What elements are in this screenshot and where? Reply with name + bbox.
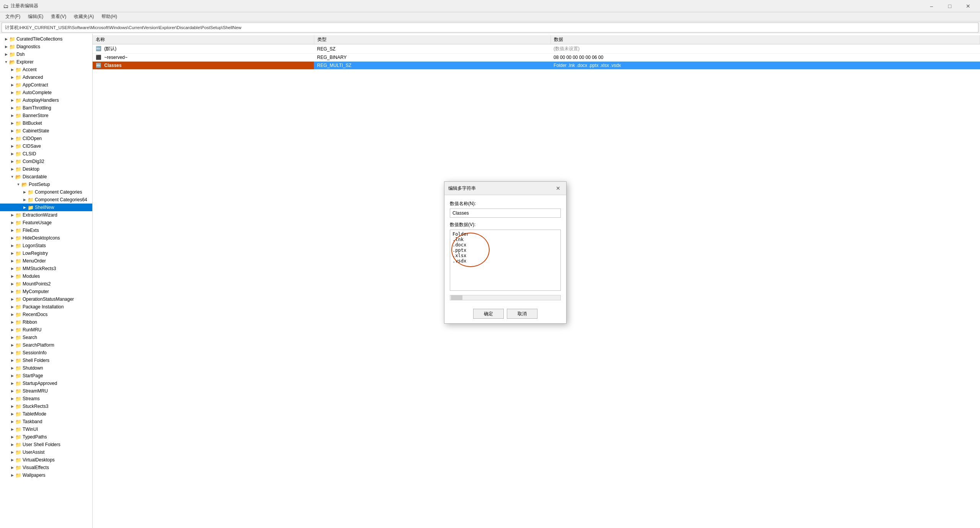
dialog-horizontal-scrollbar[interactable]: [450, 295, 561, 300]
sidebar-item-runmru[interactable]: ▶ 📁 RunMRU: [0, 326, 92, 334]
sidebar-item-appcontract[interactable]: ▶ 📁 AppContract: [0, 81, 92, 89]
expand-icon-diagnostics: ▶: [3, 43, 9, 51]
sidebar-item-taskband[interactable]: ▶ 📁 Taskband: [0, 418, 92, 425]
sidebar-item-wallpapers[interactable]: ▶ 📁 Wallpapers: [0, 471, 92, 479]
table-row[interactable]: 🔤 Classes REG_MULTI_SZ Folder .lnk .docx…: [93, 62, 980, 70]
sidebar-item-menuorder[interactable]: ▶ 📁 MenuOrder: [0, 257, 92, 265]
folder-icon-cidsave: 📁: [15, 143, 21, 149]
expand-icon-sessioninfo: ▶: [9, 349, 15, 357]
table-row[interactable]: ⬛ ~reserved~ REG_BINARY 08 00 00 00 00 0…: [93, 54, 980, 62]
sidebar-item-shellnew[interactable]: ▶ 📁 ShellNew: [0, 204, 92, 211]
sidebar-item-diagnostics[interactable]: ▶ 📁 Diagnostics: [0, 43, 92, 51]
expand-icon-advanced: ▶: [9, 73, 15, 81]
expand-icon-packageinstallation: ▶: [9, 303, 15, 311]
sidebar-item-tabletmode[interactable]: ▶ 📁 TabletMode: [0, 410, 92, 418]
sidebar-label-packageinstallation: Package Installation: [23, 304, 64, 310]
sidebar-item-shellfolders[interactable]: ▶ 📁 Shell Folders: [0, 357, 92, 364]
sidebar-item-startupapproved[interactable]: ▶ 📁 StartupApproved: [0, 380, 92, 387]
sidebar-item-extractionwizard[interactable]: ▶ 📁 ExtractionWizard: [0, 211, 92, 219]
folder-icon-searchplatform: 📁: [15, 342, 21, 348]
sidebar-item-mycomputer[interactable]: ▶ 📁 MyComputer: [0, 288, 92, 295]
dialog-close-button[interactable]: ✕: [554, 184, 562, 192]
row-name-reserved: ⬛ ~reserved~: [93, 54, 314, 62]
sidebar-item-clsid[interactable]: ▶ 📁 CLSID: [0, 150, 92, 158]
sidebar-item-usershellfolders[interactable]: ▶ 📁 User Shell Folders: [0, 441, 92, 448]
expand-icon-lowregistry: ▶: [9, 249, 15, 257]
sidebar-item-modules[interactable]: ▶ 📁 Modules: [0, 272, 92, 280]
sidebar-item-search[interactable]: ▶ 📁 Search: [0, 334, 92, 341]
menu-favorites[interactable]: 收藏夹(A): [70, 13, 98, 21]
menu-edit[interactable]: 编辑(E): [24, 13, 47, 21]
sidebar-item-fileexts[interactable]: ▶ 📁 FileExts: [0, 227, 92, 234]
sidebar-item-cidsave[interactable]: ▶ 📁 CIDSave: [0, 142, 92, 150]
sidebar-item-bannerstore[interactable]: ▶ 📁 BannerStore: [0, 112, 92, 119]
sidebar-item-autoplayhandlers[interactable]: ▶ 📁 AutoplayHandlers: [0, 96, 92, 104]
sidebar-item-cabinetstate[interactable]: ▶ 📁 CabinetState: [0, 127, 92, 135]
sidebar-item-comdlg32[interactable]: ▶ 📁 ComDlg32: [0, 158, 92, 165]
sidebar-item-componentcategories[interactable]: ▶ 📁 Component Categories: [0, 188, 92, 196]
table-row[interactable]: 🔤 (默认) REG_SZ (数值未设置): [93, 44, 980, 54]
sidebar-item-explorer[interactable]: ▼ 📂 Explorer: [0, 58, 92, 66]
sidebar-item-userassist[interactable]: ▶ 📁 UserAssist: [0, 448, 92, 456]
sidebar-item-streammru[interactable]: ▶ 📁 StreamMRU: [0, 387, 92, 395]
sidebar-item-typedpaths[interactable]: ▶ 📁 TypedPaths: [0, 433, 92, 441]
sidebar-item-stuckrects3[interactable]: ▶ 📁 StuckRects3: [0, 403, 92, 410]
sidebar-item-logonstats[interactable]: ▶ 📁 LogonStats: [0, 242, 92, 249]
sidebar-item-operationstatusmanager[interactable]: ▶ 📁 OperationStatusManager: [0, 295, 92, 303]
sidebar-item-curatedtile[interactable]: ▶ 📁 CuratedTileCollections: [0, 35, 92, 43]
sidebar-item-startpage[interactable]: ▶ 📁 StartPage: [0, 372, 92, 380]
sidebar-label-cabinetstate: CabinetState: [23, 128, 49, 134]
sidebar-label-autoplayhandlers: AutoplayHandlers: [23, 98, 59, 103]
maximize-button[interactable]: □: [941, 0, 959, 12]
sidebar-item-packageinstallation[interactable]: ▶ 📁 Package Installation: [0, 303, 92, 311]
sidebar-item-featureusage[interactable]: ▶ 📁 FeatureUsage: [0, 219, 92, 227]
dialog-cancel-button[interactable]: 取消: [507, 309, 537, 319]
folder-icon-logonstats: 📁: [15, 243, 21, 248]
sidebar-item-discardable[interactable]: ▼ 📂 Discardable: [0, 173, 92, 181]
sidebar-item-cidopen[interactable]: ▶ 📁 CIDOpen: [0, 135, 92, 142]
sidebar-item-hidedesktopicons[interactable]: ▶ 📁 HideDesktopIcons: [0, 234, 92, 242]
sidebar-item-lowregistry[interactable]: ▶ 📁 LowRegistry: [0, 249, 92, 257]
sidebar-item-accent[interactable]: ▶ 📁 Accent: [0, 66, 92, 73]
menu-view[interactable]: 查看(V): [47, 13, 70, 21]
row-type-classes: REG_MULTI_SZ: [314, 62, 550, 70]
folder-icon-advanced: 📁: [15, 75, 21, 80]
dialog-name-input[interactable]: [450, 209, 561, 218]
scrollbar-thumb[interactable]: [451, 295, 462, 300]
sidebar-item-dsh[interactable]: ▶ 📁 Dsh: [0, 51, 92, 58]
sidebar-item-postsetup[interactable]: ▼ 📂 PostSetup: [0, 181, 92, 188]
sidebar-item-mmstuckrects3[interactable]: ▶ 📁 MMStuckRects3: [0, 265, 92, 272]
menu-file[interactable]: 文件(F): [2, 13, 24, 21]
sidebar-item-streams[interactable]: ▶ 📁 Streams: [0, 395, 92, 403]
menu-help[interactable]: 帮助(H): [98, 13, 121, 21]
dialog-ok-button[interactable]: 确定: [473, 309, 504, 319]
close-button[interactable]: ✕: [959, 0, 977, 12]
sidebar-item-virtualdesktops[interactable]: ▶ 📁 VirtualDesktops: [0, 456, 92, 464]
sidebar-item-shutdown[interactable]: ▶ 📁 Shutdown: [0, 364, 92, 372]
sidebar-item-advanced[interactable]: ▶ 📁 Advanced: [0, 73, 92, 81]
row-type-reserved: REG_BINARY: [314, 54, 550, 62]
sidebar-item-visualeffects[interactable]: ▶ 📁 VisualEffects: [0, 464, 92, 471]
sidebar-item-autocomplete[interactable]: ▶ 📁 AutoComplete: [0, 89, 92, 96]
sidebar-item-bamthrottling[interactable]: ▶ 📁 BamThrottling: [0, 104, 92, 112]
sidebar-item-twinui[interactable]: ▶ 📁 TWinUI: [0, 425, 92, 433]
sidebar-item-desktop[interactable]: ▶ 📁 Desktop: [0, 165, 92, 173]
edit-multistring-dialog[interactable]: 编辑多字符串 ✕ 数值名称(N): 数值数据(V): Folder .lnk .…: [444, 181, 567, 324]
expand-icon-componentcategories64: ▶: [21, 196, 28, 204]
sidebar-label-postsetup: PostSetup: [29, 182, 50, 187]
sidebar-item-bitbucket[interactable]: ▶ 📁 BitBucket: [0, 119, 92, 127]
sidebar-label-curatedtile: CuratedTileCollections: [16, 36, 62, 42]
row-data-classes: Folder .lnk .docx .pptx .xlsx .vsdx: [550, 62, 980, 70]
expand-icon-bannerstore: ▶: [9, 112, 15, 119]
sidebar-item-sessioninfo[interactable]: ▶ 📁 SessionInfo: [0, 349, 92, 357]
sidebar-item-recentdocs[interactable]: ▶ 📁 RecentDocs: [0, 311, 92, 318]
minimize-button[interactable]: ‒: [923, 0, 940, 12]
sidebar-item-mountpoints2[interactable]: ▶ 📁 MountPoints2: [0, 280, 92, 288]
expand-icon-explorer: ▼: [3, 58, 9, 66]
dialog-data-textarea[interactable]: Folder .lnk .docx .pptx .xlsx .vsdx: [450, 230, 561, 291]
sidebar-item-searchplatform[interactable]: ▶ 📁 SearchPlatform: [0, 341, 92, 349]
sidebar-item-ribbon[interactable]: ▶ 📁 Ribbon: [0, 318, 92, 326]
sidebar-label-stuckrects3: StuckRects3: [23, 404, 48, 409]
row-name-classes: 🔤 Classes: [93, 62, 314, 70]
sidebar-item-componentcategories64[interactable]: ▶ 📁 Component Categories64: [0, 196, 92, 204]
